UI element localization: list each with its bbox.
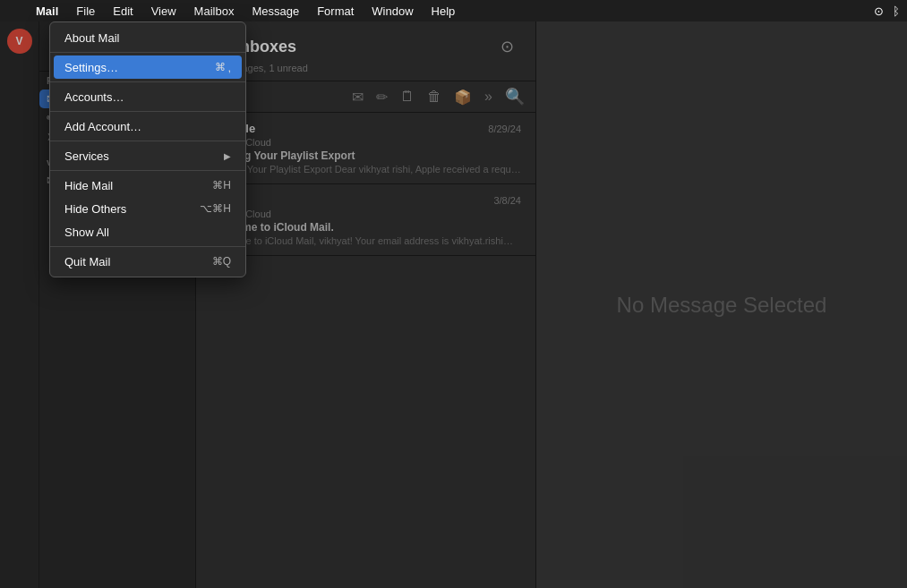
note-email-icon[interactable]: 🗒 (400, 89, 415, 105)
about-mail-label: About Mail (64, 31, 119, 45)
email-item-apple[interactable]: Apple 8/29/24 Inbox - iCloud Starting Yo… (196, 113, 535, 184)
menubar-item-mailbox[interactable]: Mailbox (187, 0, 242, 21)
more-email-icon[interactable]: » (484, 89, 492, 105)
quit-mail-shortcut: ⌘Q (212, 255, 231, 268)
menubar-item-help[interactable]: Help (424, 0, 463, 21)
menu-item-hide-others[interactable]: Hide Others ⌥⌘H (50, 197, 245, 220)
compose-email-icon[interactable]: ✉ (352, 89, 364, 106)
email-item-icloud[interactable]: iCloud 3/8/24 Inbox - iCloud Welcome to … (196, 184, 535, 256)
menubar-right-icons: ⊙ ᛒ (874, 4, 900, 18)
email-list-subtitle: 2 messages, 1 unread (210, 63, 521, 73)
sidebar: V (0, 21, 39, 588)
hide-others-shortcut: ⌥⌘H (200, 202, 231, 215)
menubar: Mail File Edit View Mailbox Message Form… (0, 0, 907, 21)
add-account-label: Add Account… (64, 120, 141, 133)
menu-item-accounts[interactable]: Accounts… (50, 85, 245, 108)
email-mailbox-icloud: Inbox - iCloud (210, 209, 521, 219)
avatar: V (7, 29, 32, 54)
wifi-icon: ⊙ (874, 4, 884, 18)
mail-dropdown-menu: About Mail Settings… ⌘, Accounts… Add Ac… (49, 21, 246, 277)
no-message-text: No Message Selected (617, 293, 827, 318)
email-list-toolbar: ✉ ✏ 🗒 🗑 📦 » 🔍 (196, 81, 535, 113)
menu-separator-5 (50, 170, 245, 171)
menubar-item-file[interactable]: File (69, 0, 102, 21)
edit-email-icon[interactable]: ✏ (376, 89, 388, 106)
menubar-item-message[interactable]: Message (244, 0, 306, 21)
menubar-item-edit[interactable]: Edit (106, 0, 140, 21)
menu-item-add-account[interactable]: Add Account… (50, 115, 245, 138)
hide-mail-label: Hide Mail (64, 179, 113, 192)
email-subject-apple: Starting Your Playlist Export (210, 149, 521, 162)
accounts-label: Accounts… (64, 90, 124, 104)
hide-mail-shortcut: ⌘H (212, 179, 231, 192)
search-email-icon[interactable]: 🔍 (505, 87, 525, 107)
archive-email-icon[interactable]: 📦 (454, 89, 472, 106)
menubar-item-window[interactable]: Window (364, 0, 420, 21)
menu-separator-2 (50, 81, 245, 82)
email-date-icloud: 3/8/24 (493, 195, 521, 206)
services-label: Services (64, 149, 109, 163)
menubar-item-format[interactable]: Format (310, 0, 361, 21)
email-date-apple: 8/29/24 (488, 124, 521, 134)
menu-separator-6 (50, 246, 245, 247)
menu-separator-1 (50, 52, 245, 53)
menubar-item-mail[interactable]: Mail (29, 0, 65, 21)
menu-item-services[interactable]: Services ▶ (50, 144, 245, 167)
menu-item-settings[interactable]: Settings… ⌘, (54, 55, 242, 79)
services-arrow: ▶ (224, 151, 231, 161)
menu-separator-4 (50, 141, 245, 141)
quit-mail-label: Quit Mail (64, 255, 110, 268)
menu-separator-3 (50, 111, 245, 112)
menu-item-show-all[interactable]: Show All (50, 220, 245, 243)
email-subject-icloud: Welcome to iCloud Mail. (210, 221, 521, 234)
email-list-header: All Inboxes ⊙ 2 messages, 1 unread (196, 21, 535, 81)
settings-shortcut: ⌘, (215, 61, 231, 74)
show-all-label: Show All (64, 226, 109, 239)
hide-others-label: Hide Others (64, 202, 126, 216)
settings-label: Settings… (64, 61, 118, 74)
message-panel: No Message Selected (536, 21, 907, 588)
menu-item-quit-mail[interactable]: Quit Mail ⌘Q (50, 250, 245, 273)
trash-email-icon[interactable]: 🗑 (427, 89, 441, 105)
menubar-item-view[interactable]: View (144, 0, 184, 21)
email-list-panel: All Inboxes ⊙ 2 messages, 1 unread ✉ ✏ 🗒… (196, 21, 536, 588)
menu-item-about-mail[interactable]: About Mail (50, 26, 245, 49)
bluetooth-icon: ᛒ (893, 4, 900, 18)
email-mailbox-apple: Inbox - iCloud (210, 137, 521, 148)
apple-menu-icon[interactable] (7, 0, 25, 21)
email-preview-icloud: Welcome to iCloud Mail, vikhyat! Your em… (210, 235, 521, 246)
filter-button[interactable]: ⊙ (492, 32, 521, 61)
email-preview-apple: Starting Your Playlist Export Dear vikhy… (210, 164, 521, 175)
menu-item-hide-mail[interactable]: Hide Mail ⌘H (50, 174, 245, 197)
